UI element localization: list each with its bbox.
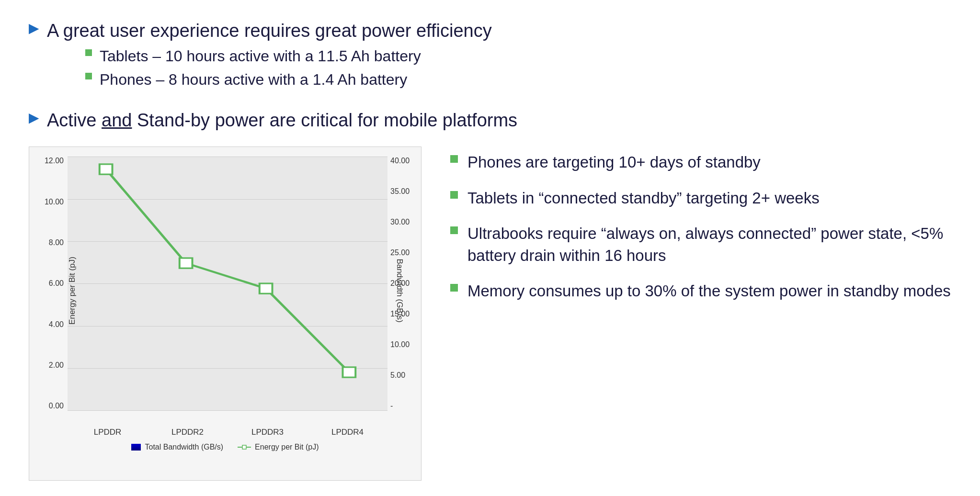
main-bullet-1: ▶ A great user experience requires great… [29, 19, 951, 94]
y-axis-left: 12.00 10.00 8.00 6.00 4.00 2.00 0.00 [34, 157, 68, 425]
y-right-label-6: 10.00 [390, 340, 410, 349]
sub-bullet-phones: Phones – 8 hours active with a 1.4 Ah ba… [85, 69, 492, 90]
y-right-label-0: 40.00 [390, 157, 410, 165]
sub-text-tablets: Tablets – 10 hours active with a 11.5 Ah… [100, 45, 421, 67]
x-label-lpddr2: LPDDR2 [169, 428, 207, 437]
y-left-title: Energy per Bit (pJ) [68, 243, 77, 338]
right-bullet-3: Memory consumes up to 30% of the system … [450, 280, 951, 302]
right-text-1: Tablets in “connected standby” targeting… [467, 187, 820, 209]
svg-rect-1 [180, 258, 193, 268]
grid-line-6 [68, 410, 387, 411]
chart-container: 12.00 10.00 8.00 6.00 4.00 2.00 0.00 [29, 147, 422, 481]
x-label-lpddr3: LPDDR3 [249, 428, 287, 437]
right-bullet-2: Ultrabooks require “always on, always co… [450, 223, 951, 267]
svg-rect-0 [100, 164, 113, 174]
sub-text-phones: Phones – 8 hours active with a 1.4 Ah ba… [100, 69, 407, 90]
right-bullet-1: Tablets in “connected standby” targeting… [450, 187, 951, 209]
y-left-label-5: 2.00 [49, 361, 64, 370]
sub-bullets-1: Tablets – 10 hours active with a 11.5 Ah… [85, 45, 492, 90]
right-square-icon-1 [450, 191, 458, 199]
legend-bar: Total Bandwidth (GB/s) [131, 443, 223, 451]
line-chart-svg [68, 157, 387, 410]
y-right-label-7: 5.00 [390, 371, 405, 380]
y-left-label-2: 8.00 [49, 238, 64, 247]
y-right-title: Bandwidth (GB/s) [395, 243, 404, 338]
arrow-icon-1: ▶ [29, 20, 39, 36]
svg-rect-5 [242, 445, 246, 449]
y-left-label-4: 4.00 [49, 320, 64, 329]
sub-bullet-tablets: Tablets – 10 hours active with a 11.5 Ah… [85, 45, 492, 67]
right-text-3: Memory consumes up to 30% of the system … [467, 280, 951, 302]
right-text-2: Ultrabooks require “always on, always co… [467, 223, 951, 267]
legend-bar-label: Total Bandwidth (GB/s) [145, 443, 223, 451]
y-left-label-1: 10.00 [45, 198, 64, 206]
arrow-icon-2: ▶ [29, 110, 39, 125]
plot-area [68, 157, 387, 410]
main-text-1: A great user experience requires great p… [47, 21, 492, 41]
legend-line-icon [238, 443, 251, 451]
square-icon-phones [85, 73, 92, 79]
right-bullet-0: Phones are targeting 10+ days of standby [450, 151, 951, 173]
square-icon-tablets [85, 49, 92, 56]
right-text-0: Phones are targeting 10+ days of standby [467, 151, 761, 173]
svg-rect-2 [260, 283, 273, 293]
chart-legend: Total Bandwidth (GB/s) Energy per Bit (p… [34, 443, 416, 451]
right-square-icon-0 [450, 155, 458, 163]
legend-line: Energy per Bit (pJ) [238, 443, 319, 451]
legend-bar-icon [131, 444, 141, 451]
main-text-2: Active and Stand-by power are critical f… [47, 109, 517, 132]
x-label-lpddr: LPDDR [89, 428, 127, 437]
main-bullet-2: ▶ Active and Stand-by power are critical… [29, 109, 951, 132]
chart-area: 12.00 10.00 8.00 6.00 4.00 2.00 0.00 [34, 157, 416, 425]
y-left-label-3: 6.00 [49, 279, 64, 288]
right-square-icon-3 [450, 284, 458, 292]
right-square-icon-2 [450, 226, 458, 234]
right-bullets: Phones are targeting 10+ days of standby… [450, 147, 951, 316]
content-row: 12.00 10.00 8.00 6.00 4.00 2.00 0.00 [29, 147, 951, 481]
legend-line-label: Energy per Bit (pJ) [255, 443, 319, 451]
y-right-label-2: 30.00 [390, 218, 410, 226]
y-right-label-8: - [390, 402, 393, 410]
svg-rect-3 [342, 367, 355, 377]
x-label-lpddr4: LPDDR4 [329, 428, 367, 437]
x-labels: LPDDR LPDDR2 LPDDR3 LPDDR4 [34, 428, 416, 437]
y-right-label-1: 35.00 [390, 187, 410, 196]
y-left-label-0: 12.00 [45, 157, 64, 165]
y-left-label-6: 0.00 [49, 402, 64, 410]
